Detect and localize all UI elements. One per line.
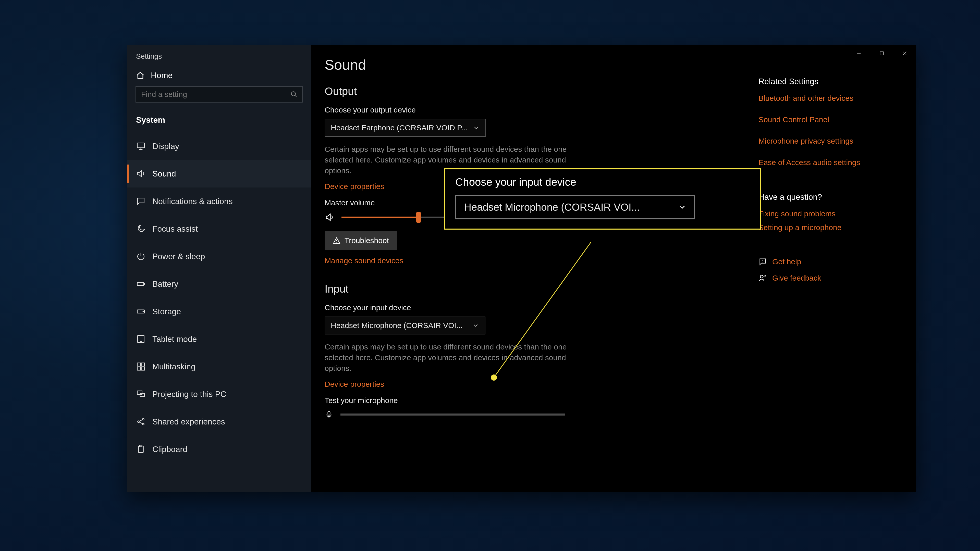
troubleshoot-label: Troubleshoot [345, 236, 389, 245]
link-sound-control-panel[interactable]: Sound Control Panel [759, 115, 901, 124]
test-mic-row [325, 410, 748, 420]
project-icon [136, 389, 146, 399]
nav: Display Sound Notifications & actions Fo… [127, 132, 311, 463]
link-get-help[interactable]: Get help [772, 257, 801, 266]
output-device-value: Headset Earphone (CORSAIR VOID P... [331, 124, 468, 132]
svg-point-12 [138, 421, 139, 422]
nav-category: System [127, 110, 311, 132]
nav-item-shared[interactable]: Shared experiences [127, 408, 311, 435]
output-device-dropdown[interactable]: Headset Earphone (CORSAIR VOID P... [325, 119, 486, 137]
section-input-heading: Input [325, 283, 748, 295]
nav-label: Display [152, 141, 179, 151]
drive-icon [136, 306, 146, 316]
nav-label: Tablet mode [152, 334, 197, 344]
maximize-button[interactable] [870, 45, 893, 62]
svg-point-14 [142, 423, 144, 425]
nav-label: Power & sleep [152, 252, 205, 261]
svg-point-4 [143, 311, 144, 312]
nav-item-focus[interactable]: Focus assist [127, 215, 311, 243]
battery-icon [136, 279, 146, 289]
main: Sound Output Choose your output device H… [325, 56, 759, 492]
svg-point-13 [142, 418, 144, 420]
svg-rect-17 [880, 52, 883, 55]
output-hint: Certain apps may be set up to use differ… [325, 144, 580, 176]
link-mic-privacy[interactable]: Microphone privacy settings [759, 137, 901, 145]
mic-level-bar [340, 413, 565, 416]
tablet-icon [136, 334, 146, 344]
svg-rect-10 [137, 391, 142, 394]
search-icon [290, 91, 298, 98]
input-hint: Certain apps may be set up to use differ… [325, 341, 580, 374]
settings-window: Settings Home System Display [127, 45, 916, 492]
volume-value: 42 [555, 212, 566, 223]
test-mic-label: Test your microphone [325, 396, 748, 405]
link-fix-sound[interactable]: Fixing sound problems [759, 210, 901, 218]
nav-item-tablet[interactable]: Tablet mode [127, 325, 311, 353]
svg-rect-7 [142, 363, 145, 366]
svg-rect-8 [137, 367, 141, 370]
power-icon [136, 251, 146, 261]
svg-rect-9 [142, 367, 145, 370]
svg-point-19 [760, 275, 763, 278]
input-device-properties-link[interactable]: Device properties [325, 380, 748, 389]
volume-row: 42 [325, 212, 748, 223]
home-row[interactable]: Home [127, 65, 311, 86]
search-box [135, 86, 303, 103]
nav-item-power[interactable]: Power & sleep [127, 243, 311, 270]
nav-label: Projecting to this PC [152, 389, 226, 399]
speaker-icon [136, 169, 146, 179]
warning-icon [333, 237, 340, 245]
svg-rect-2 [137, 283, 144, 286]
nav-label: Notifications & actions [152, 197, 233, 206]
moon-icon [136, 224, 146, 233]
home-icon [136, 71, 145, 80]
manage-sound-devices-link[interactable]: Manage sound devices [325, 256, 748, 265]
nav-item-battery[interactable]: Battery [127, 270, 311, 298]
monitor-icon [136, 141, 146, 151]
volume-icon [325, 213, 334, 222]
input-device-value: Headset Microphone (CORSAIR VOI... [331, 321, 463, 330]
content: Sound Output Choose your output device H… [311, 45, 916, 492]
share-icon [136, 417, 146, 427]
nav-item-storage[interactable]: Storage [127, 298, 311, 325]
nav-label: Shared experiences [152, 417, 225, 427]
troubleshoot-button[interactable]: Troubleshoot [325, 231, 397, 250]
nav-label: Storage [152, 307, 181, 316]
grid-icon [136, 362, 146, 372]
question-heading: Have a question? [759, 192, 901, 202]
nav-label: Sound [152, 169, 176, 179]
link-ease-of-access[interactable]: Ease of Access audio settings [759, 158, 901, 167]
input-choose-label: Choose your input device [325, 303, 748, 312]
nav-item-projecting[interactable]: Projecting to this PC [127, 380, 311, 408]
feedback-icon [759, 274, 767, 283]
sidebar: Settings Home System Display [127, 45, 311, 492]
home-label: Home [151, 71, 172, 80]
input-device-dropdown[interactable]: Headset Microphone (CORSAIR VOI... [325, 317, 485, 334]
window-controls [847, 45, 916, 62]
nav-item-notifications[interactable]: Notifications & actions [127, 187, 311, 215]
nav-item-sound[interactable]: Sound [127, 160, 311, 187]
clipboard-icon [136, 445, 146, 454]
message-icon [136, 197, 146, 206]
help-icon [759, 257, 767, 266]
nav-item-display[interactable]: Display [127, 132, 311, 160]
mic-icon [325, 410, 333, 420]
search-input[interactable] [135, 86, 303, 103]
svg-point-0 [291, 92, 296, 96]
link-give-feedback[interactable]: Give feedback [772, 274, 821, 283]
chevron-down-icon [473, 124, 480, 131]
output-device-properties-link[interactable]: Device properties [325, 182, 748, 191]
nav-label: Multitasking [152, 362, 196, 372]
related-heading: Related Settings [759, 77, 901, 86]
link-bluetooth[interactable]: Bluetooth and other devices [759, 94, 901, 103]
nav-item-clipboard[interactable]: Clipboard [127, 435, 311, 463]
section-output-heading: Output [325, 85, 748, 97]
link-setup-mic[interactable]: Setting up a microphone [759, 223, 901, 232]
volume-slider[interactable] [342, 214, 525, 221]
close-button[interactable] [893, 45, 916, 62]
nav-label: Clipboard [152, 445, 187, 454]
nav-item-multitask[interactable]: Multitasking [127, 353, 311, 380]
svg-rect-18 [328, 411, 330, 415]
minimize-button[interactable] [847, 45, 870, 62]
app-title: Settings [127, 45, 311, 65]
